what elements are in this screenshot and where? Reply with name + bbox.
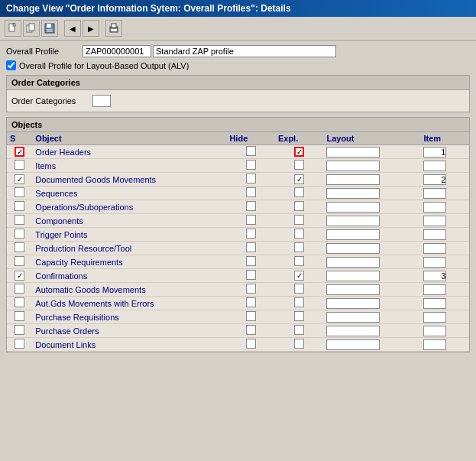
table-row: Capacity Requirements xyxy=(7,255,469,269)
svg-rect-5 xyxy=(47,24,51,28)
row-layout-input[interactable] xyxy=(326,271,380,281)
row-s-checkbox[interactable] xyxy=(15,215,24,225)
row-item-input[interactable] xyxy=(423,326,446,336)
row-item-input[interactable] xyxy=(423,339,446,350)
row-s-checkbox[interactable] xyxy=(15,339,24,349)
row-s-checkbox[interactable] xyxy=(15,297,24,307)
row-item-input[interactable] xyxy=(423,298,446,309)
overall-profile-row: Overall Profile xyxy=(6,45,470,57)
row-s-checkbox[interactable] xyxy=(15,201,24,211)
copy-button[interactable] xyxy=(23,20,40,37)
overall-profile-id-input[interactable] xyxy=(83,45,151,57)
save-button[interactable] xyxy=(41,20,58,37)
row-expl-checkbox[interactable] xyxy=(294,339,304,349)
row-layout-input[interactable] xyxy=(326,243,380,254)
order-categories-header: Order Categories xyxy=(7,76,469,90)
row-expl-checkbox[interactable] xyxy=(294,215,304,225)
row-item-input[interactable] xyxy=(423,229,446,240)
row-s-checkbox[interactable] xyxy=(15,147,24,157)
row-hide-checkbox[interactable] xyxy=(246,229,256,239)
forward-button[interactable]: ▶ xyxy=(83,20,99,37)
row-layout-input[interactable] xyxy=(326,161,380,171)
row-item-input[interactable] xyxy=(423,216,446,226)
row-s-checkbox[interactable] xyxy=(15,174,24,184)
table-row: Operations/Suboperations xyxy=(7,200,469,214)
row-expl-checkbox[interactable] xyxy=(294,229,304,239)
row-expl-checkbox[interactable] xyxy=(294,187,304,197)
row-hide-checkbox[interactable] xyxy=(246,339,256,349)
row-hide-checkbox[interactable] xyxy=(246,146,256,156)
alv-checkbox-row: Overall Profile for Layout-Based Output … xyxy=(6,60,470,70)
row-layout-input[interactable] xyxy=(326,339,380,350)
row-expl-checkbox[interactable] xyxy=(294,297,304,307)
row-item-input[interactable] xyxy=(423,202,446,213)
row-layout-input[interactable] xyxy=(326,202,380,213)
table-row: Production Resource/Tool xyxy=(7,242,469,255)
row-layout-input[interactable] xyxy=(326,284,380,295)
row-expl-checkbox[interactable] xyxy=(294,256,304,266)
row-expl-checkbox[interactable] xyxy=(294,325,304,335)
row-hide-checkbox[interactable] xyxy=(246,284,256,294)
back-button[interactable]: ◀ xyxy=(64,20,81,37)
row-hide-checkbox[interactable] xyxy=(246,270,256,280)
table-row: Order Headers xyxy=(7,145,469,159)
row-expl-checkbox[interactable] xyxy=(294,160,304,170)
row-hide-checkbox[interactable] xyxy=(246,201,256,211)
row-hide-checkbox[interactable] xyxy=(246,297,256,307)
row-expl-checkbox[interactable] xyxy=(294,284,304,294)
row-hide-checkbox[interactable] xyxy=(246,215,256,225)
row-item-input[interactable] xyxy=(423,161,446,171)
row-layout-input[interactable] xyxy=(326,229,380,240)
object-name: Items xyxy=(35,161,56,170)
row-item-input[interactable] xyxy=(423,243,446,254)
row-s-checkbox[interactable] xyxy=(15,256,24,266)
row-s-checkbox[interactable] xyxy=(15,187,24,197)
row-item-input[interactable] xyxy=(423,312,446,323)
row-layout-input[interactable] xyxy=(326,174,380,185)
row-hide-checkbox[interactable] xyxy=(246,187,256,197)
row-layout-input[interactable] xyxy=(326,188,380,199)
row-layout-input[interactable] xyxy=(326,298,380,309)
row-layout-input[interactable] xyxy=(326,257,380,268)
row-layout-input[interactable] xyxy=(326,147,380,157)
row-s-checkbox[interactable] xyxy=(15,325,24,335)
row-layout-input[interactable] xyxy=(326,312,380,323)
row-hide-checkbox[interactable] xyxy=(246,174,256,183)
overall-profile-label: Overall Profile xyxy=(6,47,83,56)
row-expl-checkbox[interactable] xyxy=(294,147,304,157)
new-button[interactable] xyxy=(5,20,21,37)
table-row: Aut.Gds Movements with Errors xyxy=(7,297,469,310)
row-s-checkbox[interactable] xyxy=(15,229,24,239)
row-expl-checkbox[interactable] xyxy=(294,242,304,252)
row-expl-checkbox[interactable] xyxy=(294,271,304,281)
order-cat-input[interactable] xyxy=(92,95,111,107)
alv-checkbox[interactable] xyxy=(6,60,16,70)
row-expl-checkbox[interactable] xyxy=(294,201,304,211)
table-row: Components xyxy=(7,214,469,228)
row-hide-checkbox[interactable] xyxy=(246,325,256,335)
order-cat-label: Order Categories xyxy=(11,96,88,106)
row-item-input[interactable] xyxy=(423,147,446,157)
row-expl-checkbox[interactable] xyxy=(294,311,304,321)
row-hide-checkbox[interactable] xyxy=(246,311,256,321)
print-button[interactable] xyxy=(105,20,122,37)
row-s-checkbox[interactable] xyxy=(15,271,24,281)
row-s-checkbox[interactable] xyxy=(15,311,24,321)
row-hide-checkbox[interactable] xyxy=(246,256,256,266)
overall-profile-text-input[interactable] xyxy=(153,45,336,57)
table-header-row: S Object Hide Expl. Layout Item xyxy=(7,132,469,145)
row-item-input[interactable] xyxy=(423,174,446,185)
row-expl-checkbox[interactable] xyxy=(294,174,304,184)
row-s-checkbox[interactable] xyxy=(15,284,24,294)
row-item-input[interactable] xyxy=(423,188,446,199)
row-s-checkbox[interactable] xyxy=(15,160,24,170)
row-hide-checkbox[interactable] xyxy=(246,242,256,252)
row-hide-checkbox[interactable] xyxy=(246,160,256,170)
row-layout-input[interactable] xyxy=(326,326,380,336)
objects-table: S Object Hide Expl. Layout Item Order He… xyxy=(7,132,469,352)
row-item-input[interactable] xyxy=(423,271,446,281)
row-layout-input[interactable] xyxy=(326,216,380,226)
row-item-input[interactable] xyxy=(423,257,446,268)
row-s-checkbox[interactable] xyxy=(15,242,24,252)
row-item-input[interactable] xyxy=(423,284,446,295)
